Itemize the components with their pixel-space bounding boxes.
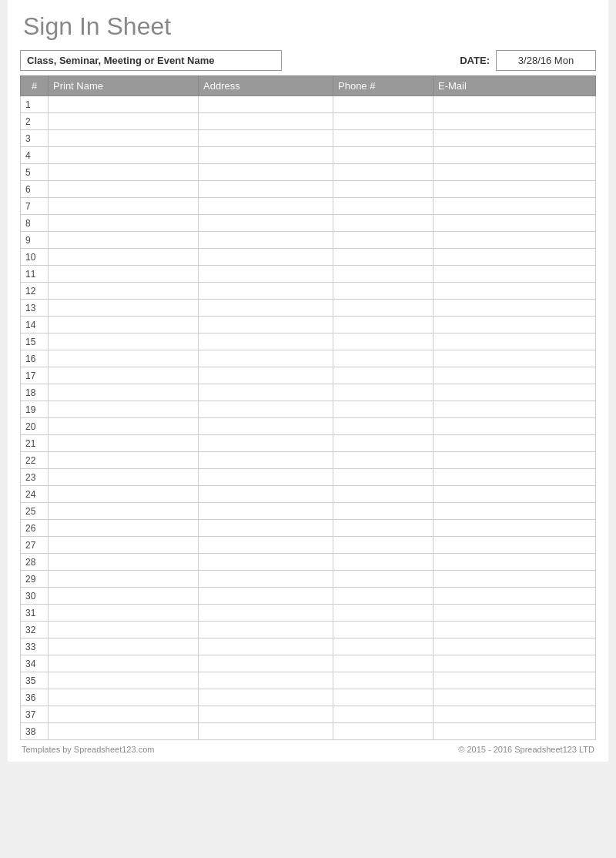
row-email[interactable] — [434, 503, 596, 520]
row-email[interactable] — [434, 249, 596, 266]
row-address[interactable] — [199, 588, 333, 605]
row-phone[interactable] — [333, 300, 434, 317]
row-email[interactable] — [434, 266, 596, 283]
row-phone[interactable] — [333, 469, 434, 486]
row-address[interactable] — [199, 672, 333, 689]
row-email[interactable] — [434, 622, 596, 638]
row-phone[interactable] — [333, 215, 434, 232]
row-email[interactable] — [434, 333, 596, 350]
row-email[interactable] — [434, 418, 596, 435]
row-name[interactable] — [49, 215, 199, 232]
row-email[interactable] — [434, 181, 596, 198]
row-email[interactable] — [434, 520, 596, 537]
row-phone[interactable] — [333, 350, 434, 367]
row-address[interactable] — [199, 723, 333, 740]
row-address[interactable] — [199, 605, 333, 622]
row-name[interactable] — [49, 435, 199, 452]
row-email[interactable] — [434, 300, 596, 317]
row-name[interactable] — [49, 181, 199, 198]
row-name[interactable] — [49, 554, 199, 571]
row-email[interactable] — [434, 367, 596, 384]
row-phone[interactable] — [333, 435, 434, 452]
row-phone[interactable] — [333, 249, 434, 266]
row-phone[interactable] — [333, 655, 434, 672]
row-email[interactable] — [434, 130, 596, 147]
row-phone[interactable] — [333, 706, 434, 723]
row-name[interactable] — [49, 147, 199, 164]
row-name[interactable] — [49, 588, 199, 605]
row-address[interactable] — [199, 655, 333, 672]
row-email[interactable] — [434, 215, 596, 232]
row-name[interactable] — [49, 164, 199, 181]
row-phone[interactable] — [333, 130, 434, 147]
row-name[interactable] — [49, 503, 199, 520]
row-name[interactable] — [49, 655, 199, 672]
row-address[interactable] — [199, 418, 333, 435]
row-name[interactable] — [49, 622, 199, 638]
row-phone[interactable] — [333, 672, 434, 689]
row-phone[interactable] — [333, 689, 434, 706]
row-email[interactable] — [434, 435, 596, 452]
row-name[interactable] — [49, 469, 199, 486]
row-name[interactable] — [49, 283, 199, 300]
row-email[interactable] — [434, 452, 596, 469]
row-phone[interactable] — [333, 266, 434, 283]
row-phone[interactable] — [333, 401, 434, 418]
row-name[interactable] — [49, 333, 199, 350]
row-phone[interactable] — [333, 181, 434, 198]
row-email[interactable] — [434, 113, 596, 130]
row-phone[interactable] — [333, 283, 434, 300]
row-phone[interactable] — [333, 418, 434, 435]
row-name[interactable] — [49, 672, 199, 689]
row-phone[interactable] — [333, 147, 434, 164]
row-name[interactable] — [49, 198, 199, 215]
row-name[interactable] — [49, 689, 199, 706]
row-email[interactable] — [434, 723, 596, 740]
row-phone[interactable] — [333, 605, 434, 622]
row-address[interactable] — [199, 181, 333, 198]
row-email[interactable] — [434, 198, 596, 215]
row-phone[interactable] — [333, 622, 434, 638]
row-email[interactable] — [434, 655, 596, 672]
row-phone[interactable] — [333, 520, 434, 537]
row-name[interactable] — [49, 249, 199, 266]
row-name[interactable] — [49, 520, 199, 537]
row-address[interactable] — [199, 164, 333, 181]
row-email[interactable] — [434, 147, 596, 164]
row-address[interactable] — [199, 486, 333, 503]
row-address[interactable] — [199, 571, 333, 588]
row-name[interactable] — [49, 723, 199, 740]
row-phone[interactable] — [333, 96, 434, 113]
row-phone[interactable] — [333, 554, 434, 571]
row-phone[interactable] — [333, 198, 434, 215]
row-name[interactable] — [49, 113, 199, 130]
row-email[interactable] — [434, 706, 596, 723]
row-address[interactable] — [199, 520, 333, 537]
row-name[interactable] — [49, 605, 199, 622]
row-address[interactable] — [199, 469, 333, 486]
row-address[interactable] — [199, 333, 333, 350]
row-address[interactable] — [199, 300, 333, 317]
row-address[interactable] — [199, 537, 333, 554]
row-phone[interactable] — [333, 367, 434, 384]
row-address[interactable] — [199, 554, 333, 571]
row-address[interactable] — [199, 266, 333, 283]
row-email[interactable] — [434, 672, 596, 689]
row-address[interactable] — [199, 706, 333, 723]
row-name[interactable] — [49, 452, 199, 469]
row-address[interactable] — [199, 249, 333, 266]
row-email[interactable] — [434, 232, 596, 249]
row-address[interactable] — [199, 96, 333, 113]
row-phone[interactable] — [333, 333, 434, 350]
row-address[interactable] — [199, 503, 333, 520]
row-phone[interactable] — [333, 113, 434, 130]
row-phone[interactable] — [333, 537, 434, 554]
row-address[interactable] — [199, 130, 333, 147]
row-name[interactable] — [49, 350, 199, 367]
row-name[interactable] — [49, 300, 199, 317]
row-name[interactable] — [49, 96, 199, 113]
row-name[interactable] — [49, 384, 199, 401]
row-address[interactable] — [199, 689, 333, 706]
row-name[interactable] — [49, 571, 199, 588]
row-phone[interactable] — [333, 232, 434, 249]
